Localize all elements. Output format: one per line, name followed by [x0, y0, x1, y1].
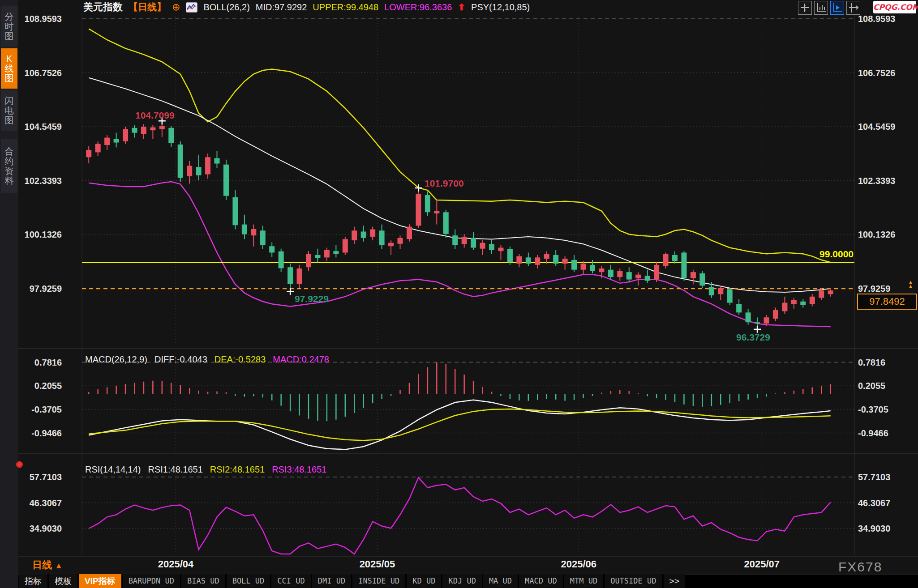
- macd-label: MACD(26,12,9): [85, 354, 147, 365]
- chart-header: 美元指数 【日线】 ⊕ BOLL(26,2) MID:97.9292 UPPER…: [83, 0, 530, 14]
- axis-shift-icon[interactable]: [846, 1, 860, 15]
- horizontal-line-label: 99.0000: [784, 249, 854, 260]
- svg-text:0.2055: 0.2055: [34, 381, 62, 391]
- svg-text:102.3393: 102.3393: [858, 176, 895, 186]
- svg-text:100.1326: 100.1326: [858, 230, 895, 239]
- indicator-tabbar: 指标模板VIP指标BARUPDN_UDBIAS_UDBOLL_UDCCI_UDD…: [19, 574, 685, 588]
- svg-text:104.5459: 104.5459: [858, 122, 895, 132]
- macd-macd-value: MACD:0.2478: [273, 354, 329, 365]
- alarm-icon[interactable]: ✺: [15, 459, 23, 471]
- date-label: 2025/07: [744, 558, 780, 570]
- boll-label: BOLL(26,2): [203, 2, 249, 13]
- tab-outsideud[interactable]: OUTSIDE_UD: [605, 574, 662, 588]
- svg-text:100.1326: 100.1326: [25, 230, 62, 239]
- date-label: 2025/05: [360, 558, 395, 570]
- last-price-box: 97.8492: [857, 294, 917, 310]
- tab-模板[interactable]: 模板: [49, 574, 77, 588]
- svg-text:34.9030: 34.9030: [858, 524, 890, 533]
- tab-insideud[interactable]: INSIDE_UD: [352, 574, 405, 588]
- psy-label: PSY(12,10,85): [471, 2, 530, 13]
- date-label: 2025/04: [158, 558, 194, 570]
- tab-barupdnud[interactable]: BARUPDN_UD: [123, 574, 180, 588]
- svg-text:57.7103: 57.7103: [30, 472, 62, 482]
- rsi2-value: RSI2:48.1651: [210, 464, 265, 475]
- double-up-arrow-icon: ▲▲: [908, 280, 913, 288]
- svg-text:-0.3705: -0.3705: [31, 405, 62, 414]
- pan-crosshair-icon[interactable]: [798, 1, 812, 15]
- macd-header: MACD(26,12,9) DIFF:-0.4043 DEA:-0.5283 M…: [85, 354, 329, 365]
- boll-lower-value: LOWER:96.3636: [384, 2, 452, 13]
- trading-app-window: 分时图 K线图 闪电图 合约资料 108.9593106.7526104.545…: [0, 0, 918, 588]
- boll-upper-value: UPPER:99.4948: [313, 2, 378, 13]
- svg-text:108.9593: 108.9593: [858, 14, 895, 24]
- svg-text:46.3067: 46.3067: [858, 498, 890, 508]
- annotation-low-96: 96.3729: [736, 332, 770, 343]
- svg-text:104.5459: 104.5459: [25, 122, 62, 132]
- svg-text:106.7526: 106.7526: [858, 68, 895, 78]
- svg-text:97.9259: 97.9259: [30, 284, 62, 294]
- annotation-low-97: 97.9229: [295, 294, 329, 304]
- svg-text:-0.3705: -0.3705: [858, 405, 888, 414]
- tab-[interactable]: >>: [664, 574, 686, 588]
- svg-text:0.7816: 0.7816: [858, 358, 885, 367]
- svg-text:0.2055: 0.2055: [858, 381, 885, 391]
- period-tag[interactable]: 【日线】: [129, 1, 166, 13]
- svg-text:0.7816: 0.7816: [34, 358, 62, 367]
- annotation-high-104: 104.7099: [135, 110, 175, 121]
- svg-text:106.7526: 106.7526: [25, 68, 62, 78]
- svg-text:-0.9466: -0.9466: [858, 428, 888, 438]
- chart-toolbar: [798, 1, 860, 15]
- axis-scale-icon[interactable]: [814, 1, 828, 15]
- svg-text:-0.9466: -0.9466: [31, 428, 62, 438]
- compass-icon[interactable]: ⊕: [172, 3, 180, 12]
- annotation-high-101: 101.9700: [425, 178, 464, 189]
- tab-kdud[interactable]: KD_UD: [407, 574, 441, 588]
- tab-maud[interactable]: MA_UD: [483, 574, 518, 588]
- tab-kdjud[interactable]: KDJ_UD: [442, 574, 481, 588]
- tab-mtmud[interactable]: MTM_UD: [564, 574, 603, 588]
- triangle-up-icon: ▲: [55, 561, 63, 570]
- boll-mid-value: MID:97.9292: [256, 2, 307, 13]
- tab-macdud[interactable]: MACD_UD: [519, 574, 563, 588]
- rsi3-value: RSI3:48.1651: [272, 464, 326, 475]
- rsi-label: RSI(14,14,14): [85, 464, 141, 475]
- axis-auto-icon[interactable]: [830, 1, 844, 15]
- watermark: FX678: [838, 559, 882, 575]
- tab-vip指标[interactable]: VIP指标: [79, 574, 121, 588]
- svg-text:102.3393: 102.3393: [25, 176, 62, 186]
- rsi1-value: RSI1:48.1651: [148, 464, 203, 475]
- macd-dea-value: DEA:-0.5283: [214, 354, 266, 365]
- chart-canvas[interactable]: 108.9593106.7526104.5459102.3393100.1326…: [0, 0, 918, 588]
- period-selector[interactable]: 日线 ▲: [32, 558, 63, 572]
- svg-text:46.3067: 46.3067: [30, 498, 62, 508]
- arrow-up-icon: ⬆: [458, 2, 465, 13]
- tab-biasud[interactable]: BIAS_UD: [181, 574, 225, 588]
- macd-diff-value: DIFF:-0.4043: [154, 354, 207, 365]
- cpqg-logo: CPQG.COM: [873, 1, 916, 13]
- symbol-title: 美元指数: [83, 0, 123, 14]
- tab-指标[interactable]: 指标: [19, 574, 47, 588]
- date-label: 2025/06: [561, 558, 597, 570]
- mini-chart-icon[interactable]: [186, 2, 197, 13]
- tab-cciud[interactable]: CCI_UD: [271, 574, 310, 588]
- svg-text:108.9593: 108.9593: [25, 14, 62, 24]
- tab-dmiud[interactable]: DMI_UD: [312, 574, 351, 588]
- svg-text:97.9259: 97.9259: [858, 284, 890, 294]
- tab-bollud[interactable]: BOLL_UD: [227, 574, 270, 588]
- rsi-header: RSI(14,14,14) RSI1:48.1651 RSI2:48.1651 …: [85, 464, 327, 475]
- svg-text:57.7103: 57.7103: [858, 472, 890, 482]
- svg-text:34.9030: 34.9030: [30, 524, 62, 533]
